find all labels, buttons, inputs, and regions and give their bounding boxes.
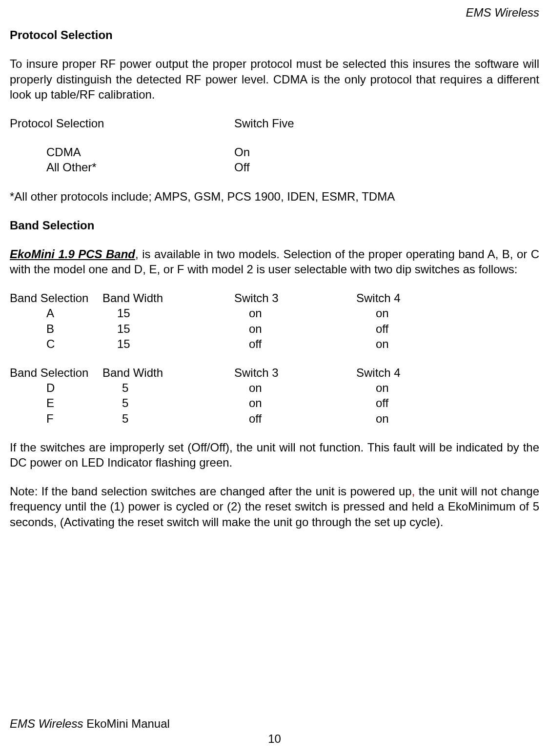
t1-h1: Band Selection	[10, 290, 102, 306]
t1-h2: Band Width	[102, 290, 234, 306]
t1-h3: Switch 3	[234, 290, 356, 306]
band-table-2: Band Selection Band Width Switch 3 Switc…	[10, 365, 539, 426]
t1-width: 15	[102, 306, 234, 321]
t1-s3: off	[234, 336, 356, 351]
t1-width: 15	[102, 321, 234, 336]
protocol-footnote: *All other protocols include; AMPS, GSM,…	[10, 189, 539, 204]
t1-s3: on	[234, 321, 356, 336]
band-lead-bold: EkoMini 1.9 PCS Band	[10, 247, 135, 261]
protocol-intro: To insure proper RF power output the pro…	[10, 56, 539, 102]
proto-switch: On	[234, 144, 429, 160]
band-lead: EkoMini 1.9 PCS Band, is available in tw…	[10, 246, 539, 277]
t2-s4: off	[356, 395, 454, 410]
t2-band: F	[10, 411, 102, 426]
t2-band: D	[10, 380, 102, 395]
t1-s3: on	[234, 306, 356, 321]
proto-head-left: Protocol Selection	[10, 116, 234, 131]
proto-name: All Other*	[10, 160, 234, 175]
proto-switch: Off	[234, 160, 429, 175]
t2-h3: Switch 3	[234, 365, 356, 380]
t2-s3: off	[234, 411, 356, 426]
proto-row-0: CDMA On	[10, 144, 539, 160]
t1-band: B	[10, 321, 102, 336]
t1-h4: Switch 4	[356, 290, 454, 306]
note-prefix: Note: If the band selection switches are…	[10, 485, 412, 498]
t2-s3: on	[234, 395, 356, 410]
t2-s4: on	[356, 411, 454, 426]
header-right: EMS Wireless	[10, 5, 539, 20]
proto-head-right: Switch Five	[234, 116, 429, 131]
note-para: Note: If the band selection switches are…	[10, 484, 539, 530]
t1-s4: on	[356, 306, 454, 321]
proto-name: CDMA	[10, 144, 234, 160]
t2-s3: on	[234, 380, 356, 395]
t2-h2: Band Width	[102, 365, 234, 380]
band-table-1: Band Selection Band Width Switch 3 Switc…	[10, 290, 539, 351]
t2-width: 5	[102, 411, 234, 426]
t1-width: 15	[102, 336, 234, 351]
t2-width: 5	[102, 395, 234, 410]
proto-row-1: All Other* Off	[10, 160, 539, 175]
t1-s4: off	[356, 321, 454, 336]
t1-band: A	[10, 306, 102, 321]
t2-h1: Band Selection	[10, 365, 102, 380]
t2-s4: on	[356, 380, 454, 395]
t1-band: C	[10, 336, 102, 351]
t2-width: 5	[102, 380, 234, 395]
protocol-table-header: Protocol Selection Switch Five	[10, 116, 539, 131]
fault-para: If the switches are improperly set (Off/…	[10, 440, 539, 470]
t2-h4: Switch 4	[356, 365, 454, 380]
section-title-band: Band Selection	[10, 218, 539, 233]
section-title-protocol: Protocol Selection	[10, 27, 539, 42]
t1-s4: on	[356, 336, 454, 351]
t2-band: E	[10, 395, 102, 410]
